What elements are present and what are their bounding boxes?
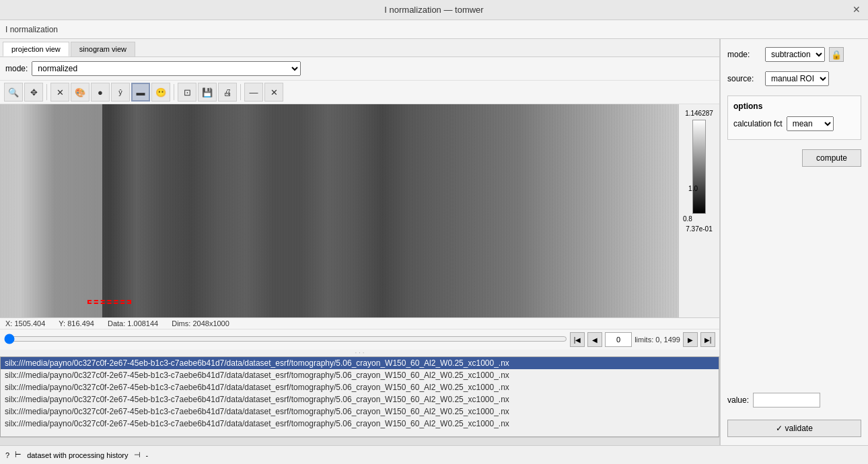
- print-button[interactable]: 🖨: [218, 83, 237, 102]
- colorbar-mid: 1.0: [688, 185, 698, 192]
- horizontal-scrollbar[interactable]: [0, 437, 719, 445]
- tab-projection-view[interactable]: projection view: [3, 42, 69, 56]
- source-label: source:: [727, 74, 761, 83]
- colorbar-max: 1.146287: [685, 110, 713, 117]
- title-bar: I normalization — tomwer ✕: [0, 0, 868, 20]
- frame-slider[interactable]: [4, 334, 567, 344]
- stripe-overlay: [0, 104, 682, 317]
- x-coord-label: X: 1505.404: [5, 319, 45, 327]
- file-list-item[interactable]: silx:///media/payno/0c327c0f-2e67-45eb-b…: [1, 405, 719, 418]
- file-list[interactable]: silx:///media/payno/0c327c0f-2e67-45eb-b…: [1, 357, 719, 436]
- frame-input[interactable]: [605, 332, 632, 347]
- validate-button[interactable]: ✓ validate: [727, 420, 861, 437]
- y-coord-label: Y: 816.494: [59, 319, 94, 327]
- image-area: 1.146287 0.8 7.37e-01 1.0: [0, 104, 719, 317]
- window-title: I normalization — tomwer: [384, 5, 483, 15]
- options-section: options calculation fct mean median min …: [727, 95, 861, 140]
- save-button[interactable]: 💾: [198, 83, 217, 102]
- zoom-button[interactable]: 🔍: [4, 83, 23, 102]
- source-select[interactable]: manual ROI auto: [765, 71, 829, 86]
- data-label: Data: 1.008144: [108, 319, 158, 327]
- colorbar-gradient: [692, 120, 706, 214]
- value-input[interactable]: [753, 393, 820, 408]
- bottom-bar: ? ⊢ dataset with processing history ⊣ -: [0, 445, 868, 464]
- right-mode-select[interactable]: subtraction division: [765, 47, 825, 62]
- colormap-button[interactable]: 🎨: [71, 83, 89, 102]
- value-row: value:: [727, 393, 861, 408]
- close-button[interactable]: ✕: [851, 3, 863, 15]
- lock-button[interactable]: 🔒: [829, 47, 844, 62]
- toolbar-sep-3: [240, 84, 241, 100]
- limits-label: limits: 0, 1499: [635, 336, 680, 344]
- histogram-button[interactable]: ▬: [131, 83, 150, 102]
- left-panel: projection view sinogram view mode: norm…: [0, 39, 720, 445]
- options-title: options: [733, 102, 855, 111]
- mask-button[interactable]: 😶: [151, 83, 170, 102]
- app-title: I normalization: [5, 25, 58, 34]
- colorbar-low: 0.8: [683, 215, 692, 223]
- image-bg: [0, 104, 682, 317]
- mode-select[interactable]: normalized raw flat field dark: [32, 61, 301, 76]
- right-mode-label: mode:: [727, 50, 761, 59]
- mode-row: mode: subtraction division 🔒: [727, 47, 861, 62]
- colorbar: 1.146287 0.8 7.37e-01 1.0: [679, 104, 719, 317]
- file-list-item[interactable]: silx:///media/payno/0c327c0f-2e67-45eb-b…: [1, 369, 719, 381]
- calc-fct-row: calculation fct mean median min max: [733, 116, 855, 131]
- prev-frame-button[interactable]: ◀: [587, 332, 602, 347]
- file-list-wrapper: silx:///media/payno/0c327c0f-2e67-45eb-b…: [0, 356, 719, 437]
- expand-dots: · · ·: [0, 350, 719, 356]
- mode-label: mode:: [5, 64, 28, 73]
- dash-label: -: [146, 451, 149, 459]
- file-list-item[interactable]: silx:///media/payno/0c327c0f-2e67-45eb-b…: [1, 393, 719, 405]
- tab-bar: projection view sinogram view: [0, 39, 719, 57]
- nav-bar: |◀ ◀ limits: 0, 1499 ▶ ▶|: [0, 329, 719, 350]
- left-gray-block: [0, 104, 102, 317]
- calc-fct-select[interactable]: mean median min max: [787, 116, 834, 131]
- calc-fct-label: calculation fct: [733, 119, 783, 128]
- compute-button[interactable]: compute: [802, 149, 861, 167]
- toolbar: 🔍 ✥ ✕ 🎨 ● ŷ ▬ 😶 ⊡ 💾 🖨 — ✕: [0, 81, 719, 104]
- toolbar-sep-1: [46, 84, 47, 100]
- frame-slider-container: [4, 334, 567, 346]
- label-button[interactable]: ŷ: [111, 83, 130, 102]
- next-frame-button[interactable]: ▶: [683, 332, 698, 347]
- y-coord-value: 816.494: [67, 319, 94, 327]
- file-list-item[interactable]: silx:///media/payno/0c327c0f-2e67-45eb-b…: [1, 381, 719, 393]
- export-icon: ⊣: [134, 451, 141, 459]
- tab-sinogram-view[interactable]: sinogram view: [71, 42, 135, 56]
- dash-button[interactable]: —: [244, 83, 263, 102]
- first-frame-button[interactable]: |◀: [570, 332, 585, 347]
- dims-label: Dims: 2048x1000: [172, 319, 229, 327]
- circle-button[interactable]: ●: [91, 83, 110, 102]
- pan-button[interactable]: ✥: [24, 83, 43, 102]
- value-label: value:: [727, 395, 749, 405]
- x-coord-value: 1505.404: [14, 319, 45, 327]
- dataset-label: dataset with processing history: [27, 451, 128, 459]
- last-frame-button[interactable]: ▶|: [700, 332, 715, 347]
- colorbar-min: 7.37e-01: [686, 225, 712, 233]
- mode-bar: mode: normalized raw flat field dark: [0, 57, 719, 81]
- roi-marker: [87, 300, 131, 304]
- image-display: [0, 104, 682, 317]
- right-panel: mode: subtraction division 🔒 source: man…: [720, 39, 868, 445]
- x-button[interactable]: ✕: [264, 83, 283, 102]
- toolbar-sep-2: [174, 84, 174, 100]
- dataset-icon: ⊢: [15, 451, 22, 459]
- file-list-item[interactable]: silx:///media/payno/0c327c0f-2e67-45eb-b…: [1, 418, 719, 430]
- reset-button[interactable]: ✕: [50, 83, 69, 102]
- source-row: source: manual ROI auto: [727, 71, 861, 86]
- dims-value: 2048x1000: [192, 319, 229, 327]
- file-list-item[interactable]: silx:///media/payno/0c327c0f-2e67-45eb-b…: [1, 357, 719, 369]
- help-icon[interactable]: ?: [5, 451, 9, 459]
- status-bar: X: 1505.404 Y: 816.494 Data: 1.008144 Di…: [0, 317, 719, 329]
- window-subtitle: I normalization: [0, 20, 868, 39]
- data-value: 1.008144: [127, 319, 158, 327]
- spacer: [727, 173, 861, 381]
- roi-button[interactable]: ⊡: [178, 83, 196, 102]
